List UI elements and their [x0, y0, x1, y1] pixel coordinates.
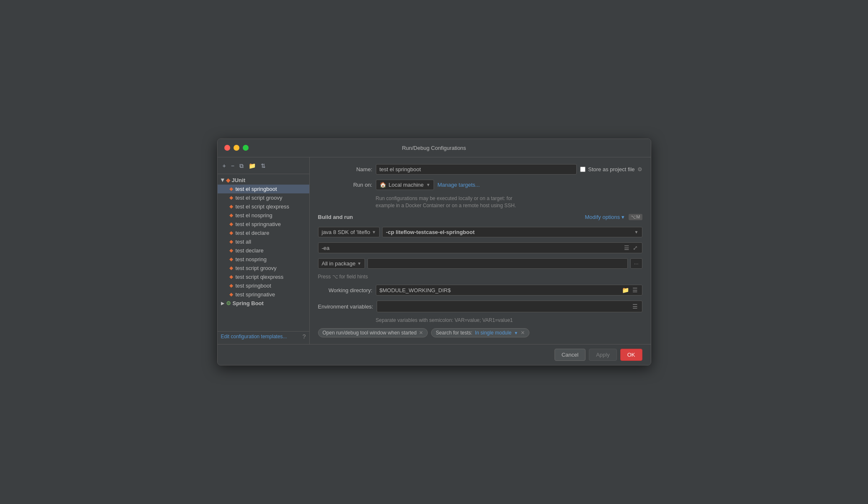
run-on-value: Local machine	[389, 182, 424, 188]
java-sdk-dropdown[interactable]: java 8 SDK of 'liteflo ▼	[318, 227, 380, 237]
sidebar-item-test-nospring[interactable]: ◆ test nospring	[218, 255, 309, 264]
sidebar-item-test-springnative[interactable]: ◆ test springnative	[218, 290, 309, 299]
sidebar-item-label: test script groovy	[236, 265, 277, 271]
sidebar-item-test-el-script-groovy[interactable]: ◆ test el script groovy	[218, 193, 309, 202]
junit-item-icon: ◆	[229, 195, 233, 201]
junit-group-header[interactable]: ▶ ◆ JUnit	[218, 176, 309, 185]
args-expand-button[interactable]: ⤢	[632, 244, 639, 251]
sidebar-item-label: test el springboot	[236, 186, 277, 192]
working-dir-edit-button[interactable]: ☰	[632, 287, 639, 293]
springboot-group: ▶ ⚙ Spring Boot	[218, 299, 309, 308]
env-vars-hint: Separate variables with semicolon: VAR=v…	[376, 317, 642, 323]
sidebar-item-test-el-nospring[interactable]: ◆ test el nospring	[218, 211, 309, 220]
package-dropdown-arrow-icon: ▼	[357, 261, 361, 266]
sort-button[interactable]: ⇅	[259, 162, 267, 170]
search-tests-value[interactable]: In single module	[475, 330, 511, 336]
search-tests-dropdown-icon[interactable]: ▼	[514, 331, 518, 335]
java-dropdown-arrow-icon: ▼	[372, 230, 376, 234]
folder-button[interactable]: 📁	[247, 162, 257, 170]
store-project-file-checkbox[interactable]	[580, 167, 586, 172]
junit-item-icon: ◆	[229, 265, 233, 271]
store-project-file-label: Store as project file	[588, 166, 634, 172]
manage-targets-link[interactable]: Manage targets...	[437, 182, 480, 188]
sidebar-item-test-el-declare[interactable]: ◆ test el declare	[218, 229, 309, 237]
springboot-group-label: Spring Boot	[233, 300, 264, 306]
run-on-label: Run on:	[318, 182, 372, 188]
sidebar-tree: ▶ ◆ JUnit ◆ test el springboot ◆ test el…	[218, 176, 309, 332]
traffic-lights	[224, 145, 249, 151]
springboot-icon: ⚙	[226, 300, 231, 306]
springboot-chevron-icon: ▶	[221, 301, 224, 306]
cancel-button[interactable]: Cancel	[555, 349, 586, 361]
dialog-footer: Cancel Apply OK	[218, 344, 651, 365]
sidebar-item-test-el-springboot[interactable]: ◆ test el springboot	[218, 185, 309, 193]
modify-options-button[interactable]: Modify options ▾	[585, 214, 625, 220]
sidebar-item-test-script-groovy[interactable]: ◆ test script groovy	[218, 264, 309, 273]
sidebar-item-test-el-script-qlexpress[interactable]: ◆ test el script qlexpress	[218, 202, 309, 211]
search-tests-close-button[interactable]: ✕	[521, 330, 525, 335]
sidebar-item-test-script-qlexpress[interactable]: ◆ test script qlexpress	[218, 273, 309, 281]
working-dir-label: Working directory:	[318, 287, 372, 293]
store-project-file-container: Store as project file ⚙	[580, 166, 642, 172]
junit-item-icon: ◆	[229, 274, 233, 280]
springboot-group-header[interactable]: ▶ ⚙ Spring Boot	[218, 299, 309, 308]
minimize-button[interactable]	[234, 145, 239, 151]
junit-item-icon: ◆	[229, 256, 233, 262]
run-on-dropdown[interactable]: 🏠 Local machine ▼	[376, 180, 434, 190]
package-input[interactable]	[367, 258, 627, 269]
right-panel: Name: Store as project file ⚙ Run on: 🏠 …	[310, 157, 651, 345]
cp-dropdown-arrow-icon: ▼	[634, 230, 639, 234]
junit-item-icon: ◆	[229, 186, 233, 192]
classpath-field[interactable]: -cp liteflow-testcase-el-springboot ▼	[382, 227, 642, 237]
edit-templates-link[interactable]: Edit configuration templates...	[221, 334, 287, 339]
sidebar-item-label: test springboot	[236, 283, 271, 289]
sidebar-item-label: test declare	[236, 247, 264, 254]
open-window-close-button[interactable]: ✕	[419, 330, 423, 335]
java-cp-row: java 8 SDK of 'liteflo ▼ -cp liteflow-te…	[318, 227, 642, 237]
run-on-row: Run on: 🏠 Local machine ▼ Manage targets…	[318, 180, 642, 190]
sidebar-item-test-all[interactable]: ◆ test all	[218, 237, 309, 246]
junit-icon: ◆	[226, 177, 230, 183]
sidebar-item-test-declare[interactable]: ◆ test declare	[218, 246, 309, 255]
name-row: Name: Store as project file ⚙	[318, 164, 642, 175]
maximize-button[interactable]	[243, 145, 249, 151]
copy-config-button[interactable]: ⧉	[238, 162, 245, 170]
sidebar-item-label: test el script groovy	[236, 195, 282, 201]
main-content: + − ⧉ 📁 ⇅ ▶ ◆ JUnit ◆ test el springboot	[218, 157, 651, 345]
open-window-label: Open run/debug tool window when started	[323, 330, 417, 336]
working-dir-field[interactable]: $MODULE_WORKING_DIR$ 📁 ☰	[376, 285, 642, 296]
name-input[interactable]	[376, 164, 577, 175]
sidebar-item-label: test all	[236, 239, 252, 245]
args-icons: ☰ ⤢	[623, 244, 639, 251]
house-icon: 🏠	[380, 182, 386, 188]
sidebar-item-test-springboot[interactable]: ◆ test springboot	[218, 281, 309, 290]
cp-text: -cp liteflow-testcase-el-springboot	[386, 229, 475, 235]
sidebar: + − ⧉ 📁 ⇅ ▶ ◆ JUnit ◆ test el springboot	[218, 157, 310, 345]
env-vars-edit-button[interactable]: ☰	[632, 303, 639, 310]
sidebar-bottom-row: Edit configuration templates... ?	[218, 331, 309, 342]
build-run-title: Build and run	[318, 214, 353, 220]
run-hint: Run configurations may be executed local…	[376, 195, 642, 209]
java-sdk-text: java 8 SDK of 'liteflo	[322, 229, 370, 235]
help-icon[interactable]: ?	[303, 333, 306, 340]
gear-icon[interactable]: ⚙	[637, 166, 642, 172]
package-label: All in package	[322, 260, 356, 267]
working-dir-folder-button[interactable]: 📁	[621, 287, 630, 293]
remove-config-button[interactable]: −	[229, 162, 236, 170]
build-run-section-header: Build and run Modify options ▾ ⌥M	[318, 214, 642, 220]
env-vars-field[interactable]: ☰	[377, 301, 642, 312]
add-config-button[interactable]: +	[221, 162, 228, 170]
junit-item-icon: ◆	[229, 203, 233, 209]
sidebar-item-test-el-springnative[interactable]: ◆ test el springnative	[218, 220, 309, 229]
package-browse-button[interactable]: ···	[630, 258, 642, 269]
modify-options-arrow-icon: ▾	[621, 214, 624, 220]
args-field[interactable]: -ea ☰ ⤢	[318, 242, 642, 253]
args-value: -ea	[322, 245, 330, 251]
close-button[interactable]	[224, 145, 230, 151]
apply-button[interactable]: Apply	[589, 349, 617, 361]
dialog-title: Run/Debug Configurations	[402, 145, 466, 151]
args-multiline-button[interactable]: ☰	[623, 244, 630, 251]
title-bar: Run/Debug Configurations	[218, 139, 651, 157]
package-dropdown[interactable]: All in package ▼	[318, 258, 365, 269]
ok-button[interactable]: OK	[620, 349, 642, 361]
